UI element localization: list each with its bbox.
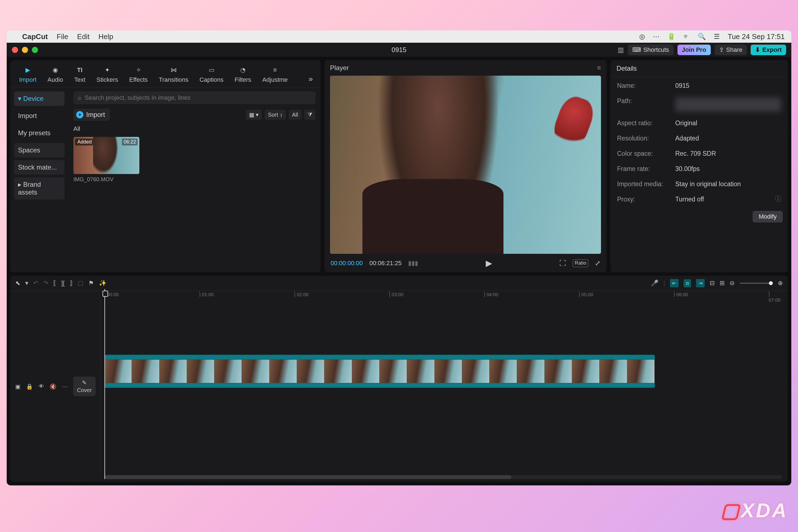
track-lock-icon[interactable]: 🔒 bbox=[26, 383, 33, 390]
spotlight-icon[interactable]: 🔍 bbox=[698, 33, 706, 40]
track-mute-icon[interactable]: 🔇 bbox=[50, 383, 57, 390]
track-more-icon[interactable]: ⋯ bbox=[62, 383, 68, 390]
zoom-in-button[interactable]: ⊕ bbox=[778, 280, 783, 287]
sidenav-brand-assets[interactable]: ▸ Brand assets bbox=[14, 177, 64, 200]
close-window-button[interactable] bbox=[12, 47, 18, 53]
track-toggle-icon[interactable]: ▣ bbox=[15, 383, 20, 390]
tab-text-label: Text bbox=[74, 76, 86, 83]
tab-audio[interactable]: ◉ Audio bbox=[43, 64, 67, 87]
timeline-ruler[interactable]: | 00:00 | 01:00 | 02:00 | 03:00 | 04:00 … bbox=[104, 291, 782, 299]
ruler-tick: | 01:00 bbox=[199, 292, 214, 298]
timeline-scrollbar[interactable] bbox=[104, 475, 782, 479]
ratio-button[interactable]: Ratio bbox=[573, 259, 588, 267]
tab-adjustment[interactable]: ≡ Adjustme bbox=[259, 64, 292, 87]
play-button[interactable]: ▶ bbox=[486, 258, 492, 268]
app-name[interactable]: CapCut bbox=[22, 33, 48, 41]
snap-magnet-button[interactable]: ⧈ bbox=[684, 279, 691, 287]
tab-effects-label: Effects bbox=[129, 76, 148, 83]
details-header: Details bbox=[610, 60, 788, 77]
search-bar[interactable]: ⌕ bbox=[73, 92, 316, 104]
filter-icon-button[interactable]: ⧩ bbox=[304, 110, 316, 120]
mic-icon[interactable]: 🎤 bbox=[651, 280, 658, 287]
control-center-icon[interactable]: ☰ bbox=[714, 33, 720, 40]
modify-button[interactable]: Modify bbox=[753, 211, 783, 223]
track-options-icon[interactable]: ⊞ bbox=[720, 280, 725, 287]
select-tool-icon[interactable]: ⬉ bbox=[15, 280, 20, 287]
redo-button[interactable]: ↷ bbox=[43, 280, 48, 287]
tab-captions[interactable]: ▭ Captions bbox=[196, 64, 227, 87]
tab-transitions[interactable]: ⋈ Transitions bbox=[155, 64, 192, 87]
export-button[interactable]: ⬇ Export bbox=[750, 44, 786, 55]
filters-icon: ◔ bbox=[239, 66, 247, 75]
share-button[interactable]: ⇪ Share bbox=[715, 44, 747, 55]
align-icon[interactable]: ⊟ bbox=[709, 280, 715, 287]
snap-right-button[interactable]: ⇥ bbox=[696, 279, 705, 287]
battery-icon[interactable]: 🔋 bbox=[667, 33, 676, 40]
marker-icon[interactable]: ⚑ bbox=[89, 280, 94, 287]
tab-captions-label: Captions bbox=[200, 76, 224, 83]
sidenav-stock-materials[interactable]: Stock mate... bbox=[14, 160, 64, 174]
menubar-dots-icon[interactable]: ⋯ bbox=[653, 33, 660, 40]
track-visibility-icon[interactable]: 👁 bbox=[39, 383, 44, 390]
plus-icon: + bbox=[76, 111, 83, 118]
tab-effects[interactable]: ✧ Effects bbox=[125, 64, 152, 87]
menu-file[interactable]: File bbox=[57, 33, 68, 41]
macos-menubar: CapCut File Edit Help ◎ ⋯ 🔋 ᯤ 🔍 ☰ Tue 24… bbox=[7, 31, 791, 43]
tab-stickers[interactable]: ✦ Stickers bbox=[93, 64, 122, 87]
crop-icon[interactable]: ▢ bbox=[78, 280, 83, 287]
search-input[interactable] bbox=[85, 94, 311, 101]
added-badge: Added bbox=[75, 138, 94, 146]
tab-import-label: Import bbox=[19, 76, 36, 83]
sidenav-import[interactable]: Import bbox=[14, 109, 64, 123]
media-thumbnail[interactable]: Added 06:22 IMG_0760.MOV bbox=[73, 137, 139, 183]
thumbnail-image: Added 06:22 bbox=[73, 137, 139, 174]
undo-button[interactable]: ↶ bbox=[33, 280, 38, 287]
screen-record-icon[interactable]: ◎ bbox=[639, 33, 645, 40]
menu-help[interactable]: Help bbox=[98, 33, 113, 41]
snap-left-button[interactable]: ⇤ bbox=[670, 279, 679, 287]
tracks-area[interactable]: IMG_0760.MOV 00:06:21:25 bbox=[100, 299, 788, 474]
sort-button[interactable]: Sort ↕ bbox=[265, 110, 286, 120]
tab-text[interactable]: TI Text bbox=[70, 64, 89, 87]
video-preview[interactable] bbox=[330, 76, 601, 254]
sidenav-device[interactable]: ▾ Device bbox=[14, 92, 64, 106]
join-pro-button[interactable]: Join Pro bbox=[678, 44, 711, 55]
search-icon: ⌕ bbox=[78, 94, 81, 101]
tab-import[interactable]: ▶ Import bbox=[15, 64, 40, 87]
zoom-slider[interactable] bbox=[740, 283, 773, 284]
split-left-icon[interactable]: ⟦ bbox=[53, 280, 56, 287]
zoom-out-button[interactable]: ⊖ bbox=[729, 280, 735, 287]
minimize-window-button[interactable] bbox=[22, 47, 28, 53]
clock[interactable]: Tue 24 Sep 17:51 bbox=[728, 33, 785, 41]
menu-edit[interactable]: Edit bbox=[77, 33, 90, 41]
window-titlebar: 0915 ▥ ⌨ Shortcuts Join Pro ⇪ Share ⬇ Ex… bbox=[7, 43, 791, 57]
safe-zone-icon[interactable]: ⛶ bbox=[559, 259, 566, 267]
video-clip[interactable]: IMG_0760.MOV 00:06:21:25 bbox=[104, 355, 655, 388]
effects-icon: ✧ bbox=[134, 66, 143, 75]
sidenav-spaces[interactable]: Spaces bbox=[14, 143, 64, 157]
auto-tool-icon[interactable]: ✨ bbox=[99, 280, 107, 287]
tabs-overflow-icon[interactable]: » bbox=[306, 75, 316, 87]
tool-dropdown-icon[interactable]: ▾ bbox=[25, 280, 28, 287]
filter-all-button[interactable]: All bbox=[289, 110, 302, 120]
shortcuts-button[interactable]: ⌨ Shortcuts bbox=[628, 44, 673, 55]
maximize-window-button[interactable] bbox=[32, 47, 38, 53]
import-media-button[interactable]: + Import bbox=[73, 109, 110, 121]
import-icon: ▶ bbox=[23, 66, 32, 75]
split-icon[interactable]: ][ bbox=[61, 280, 64, 287]
playhead[interactable] bbox=[104, 289, 105, 479]
player-menu-icon[interactable]: ≡ bbox=[597, 64, 601, 72]
tab-filters-label: Filters bbox=[235, 76, 251, 83]
ruler-tick: | 02:00 bbox=[294, 292, 309, 298]
details-panel: Details Name: 0915 Path: Aspect ratio: O… bbox=[610, 60, 788, 272]
sidenav-my-presets[interactable]: My presets bbox=[14, 126, 64, 140]
wifi-icon[interactable]: ᯤ bbox=[683, 33, 690, 40]
view-grid-button[interactable]: ▦ ▾ bbox=[246, 110, 262, 120]
split-right-icon[interactable]: ⟧ bbox=[70, 280, 73, 287]
cover-button[interactable]: ✎ Cover bbox=[73, 377, 96, 396]
info-icon[interactable]: i bbox=[775, 196, 781, 202]
tab-filters[interactable]: ◔ Filters bbox=[231, 64, 255, 87]
layout-icon[interactable]: ▥ bbox=[618, 46, 624, 54]
levels-icon[interactable]: ▮▮▮ bbox=[408, 260, 418, 267]
fullscreen-icon[interactable]: ⤢ bbox=[595, 259, 601, 267]
